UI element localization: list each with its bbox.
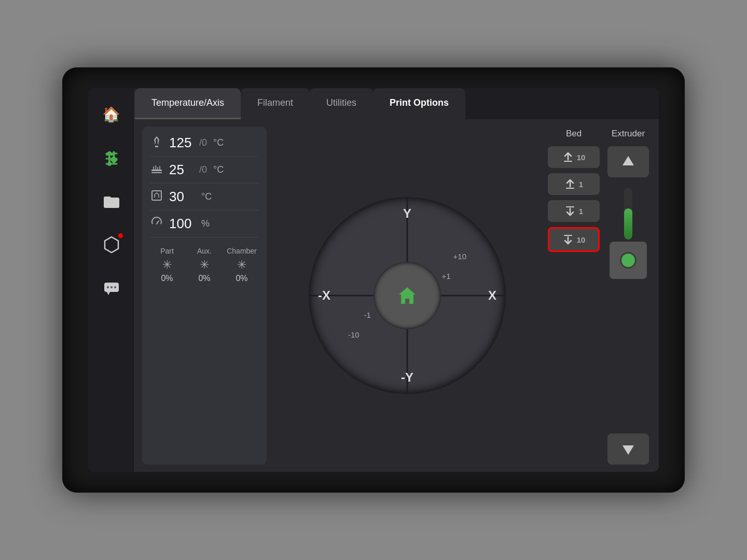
right-columns: Bed 10 bbox=[548, 127, 652, 465]
bed-column-header: Bed bbox=[548, 127, 600, 141]
fan-header-part: Part bbox=[150, 247, 184, 255]
fan-cell-aux[interactable]: ✳ 0% bbox=[188, 258, 221, 283]
extruder-bar-fill bbox=[624, 208, 632, 240]
bed-up1-value: 1 bbox=[579, 180, 583, 189]
fan-cell-chamber[interactable]: ✳ 0% bbox=[225, 258, 258, 283]
fan-chamber-icon: ✳ bbox=[237, 258, 246, 272]
center-panel: Y -Y X -X +10 +1 -1 -10 bbox=[274, 127, 541, 465]
tuning-icon bbox=[102, 148, 121, 167]
svg-marker-10 bbox=[107, 292, 110, 295]
sidebar-item-config[interactable] bbox=[96, 229, 127, 260]
bed-up10-value: 10 bbox=[577, 153, 586, 162]
hotend-sensor-row: 125 /0 °C bbox=[150, 135, 258, 157]
notification-dot bbox=[118, 233, 123, 238]
chamber-unit: °C bbox=[201, 191, 212, 202]
fan-header-aux: Aux. bbox=[188, 247, 221, 255]
axis-y-positive-label[interactable]: Y bbox=[403, 206, 411, 221]
svg-point-3 bbox=[112, 157, 116, 161]
svg-marker-19 bbox=[399, 287, 416, 304]
extruder-down-button[interactable] bbox=[607, 433, 649, 465]
step-minus1-label: -1 bbox=[364, 311, 370, 319]
sidebar-item-home[interactable]: 🏠 bbox=[96, 99, 127, 130]
bed-down10-value: 10 bbox=[577, 235, 586, 244]
sidebar-item-settings[interactable]: ⇅ bbox=[96, 142, 127, 173]
bed-sensor-row: 25 /0 °C bbox=[150, 162, 258, 184]
svg-marker-8 bbox=[105, 237, 118, 253]
extruder-column-header: Extruder bbox=[612, 127, 645, 141]
svg-point-5 bbox=[107, 162, 112, 166]
axis-y-negative-label[interactable]: -Y bbox=[401, 370, 413, 385]
fan-header-chamber: Chamber bbox=[225, 247, 258, 255]
extruder-nozzle-dot bbox=[620, 252, 637, 269]
extruder-up-arrow-icon bbox=[620, 154, 636, 170]
joystick-container: Y -Y X -X +10 +1 -1 -10 bbox=[309, 197, 506, 394]
axis-x-negative-label[interactable]: -X bbox=[318, 288, 330, 303]
screen: 🏠 ⇅ bbox=[88, 88, 659, 472]
content-area: 125 /0 °C 25 bbox=[135, 119, 659, 472]
fan-aux-icon: ✳ bbox=[200, 258, 209, 272]
tab-bar: Temperature/Axis Filament Utilities Prin… bbox=[135, 88, 659, 119]
bed-down1-icon bbox=[564, 205, 576, 217]
chamber-sensor-row: 30 °C bbox=[150, 189, 258, 211]
bed-down10-icon bbox=[562, 234, 574, 245]
bed-up10-icon bbox=[562, 151, 574, 163]
svg-marker-29 bbox=[622, 445, 634, 455]
folder-icon bbox=[103, 192, 120, 210]
bed-down1-button[interactable]: 1 bbox=[548, 200, 600, 222]
bed-down1-value: 1 bbox=[579, 207, 583, 216]
step-plus10-label: +10 bbox=[453, 252, 466, 261]
extruder-down-arrow-icon bbox=[620, 441, 636, 457]
bed-up1-icon bbox=[564, 178, 576, 190]
hotend-value: 125 bbox=[169, 135, 195, 151]
sidebar-item-files[interactable] bbox=[96, 186, 127, 217]
right-panel: Bed 10 bbox=[548, 127, 652, 465]
axis-x-positive-label[interactable]: X bbox=[488, 288, 496, 303]
chat-icon bbox=[103, 279, 120, 297]
fan-part-icon: ✳ bbox=[162, 258, 172, 272]
home-button[interactable] bbox=[374, 262, 441, 329]
tab-print-options[interactable]: Print Options bbox=[373, 88, 465, 119]
fan-cell-part[interactable]: ✳ 0% bbox=[150, 258, 184, 283]
bed-temp-unit: °C bbox=[213, 164, 224, 175]
sidebar-item-messages[interactable] bbox=[96, 273, 127, 304]
fan-part-value: 0% bbox=[161, 274, 173, 283]
bed-temp-icon bbox=[150, 162, 165, 178]
fan-aux-value: 0% bbox=[198, 274, 210, 283]
main-content: Temperature/Axis Filament Utilities Prin… bbox=[135, 88, 659, 472]
extruder-up-button[interactable] bbox=[607, 146, 649, 177]
tab-utilities[interactable]: Utilities bbox=[310, 88, 373, 119]
extruder-visual bbox=[607, 183, 649, 428]
bed-down10-button[interactable]: 10 bbox=[548, 227, 600, 252]
speed-sensor-row: 100 % bbox=[150, 216, 258, 237]
svg-line-18 bbox=[157, 221, 159, 224]
svg-rect-14 bbox=[155, 146, 158, 147]
step-minus10-label: -10 bbox=[348, 330, 359, 339]
hexagon-icon bbox=[103, 236, 120, 254]
svg-point-11 bbox=[107, 286, 109, 288]
sidebar: 🏠 ⇅ bbox=[88, 88, 135, 472]
home-button-icon bbox=[396, 284, 419, 307]
svg-rect-15 bbox=[151, 170, 162, 171]
speed-icon bbox=[150, 216, 165, 232]
device-frame: 🏠 ⇅ bbox=[62, 67, 685, 493]
svg-marker-28 bbox=[622, 156, 634, 165]
bed-up1-button[interactable]: 1 bbox=[548, 173, 600, 195]
fan-headers: Part Aux. Chamber bbox=[150, 247, 258, 255]
bed-up10-button[interactable]: 10 bbox=[548, 146, 600, 168]
left-panel: 125 /0 °C 25 bbox=[142, 127, 267, 465]
fan-section: Part Aux. Chamber ✳ 0% ✳ 0% bbox=[150, 247, 258, 283]
bed-temp-value: 25 bbox=[169, 162, 195, 178]
svg-point-1 bbox=[107, 151, 112, 156]
tab-filament[interactable]: Filament bbox=[241, 88, 310, 119]
tab-temperature-axis[interactable]: Temperature/Axis bbox=[135, 88, 241, 119]
fan-chamber-value: 0% bbox=[236, 274, 247, 283]
chamber-value: 30 bbox=[169, 189, 195, 205]
extruder-nozzle-box[interactable] bbox=[610, 242, 647, 279]
svg-point-13 bbox=[114, 286, 116, 288]
hotend-icon bbox=[150, 135, 165, 151]
svg-rect-7 bbox=[104, 197, 111, 200]
extruder-column: Extruder bbox=[605, 127, 652, 465]
bed-column: Bed 10 bbox=[548, 127, 600, 465]
extruder-bar bbox=[624, 188, 632, 240]
svg-rect-17 bbox=[152, 191, 161, 200]
